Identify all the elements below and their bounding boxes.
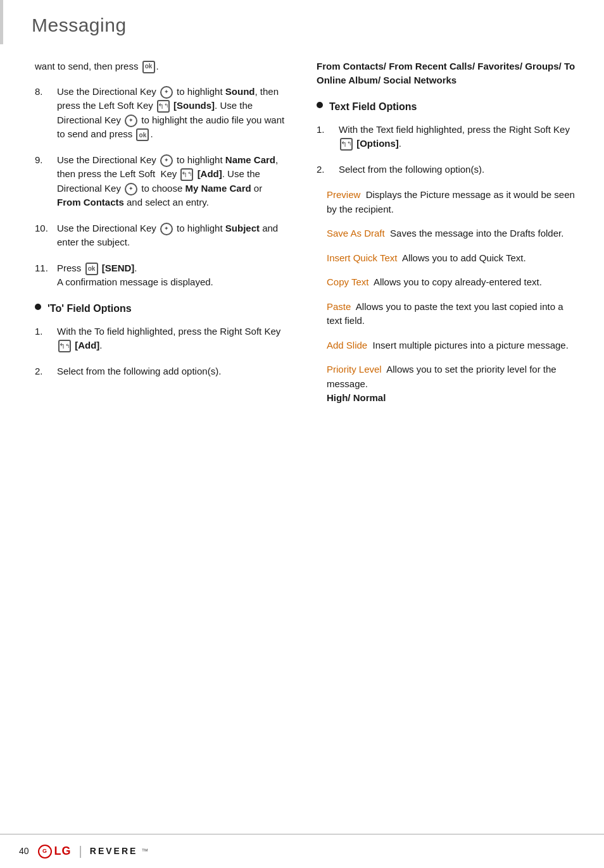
right-sub-content-2: Select from the following option(s).	[339, 163, 579, 177]
intro-text: want to send, then press	[35, 61, 138, 71]
soft-icon: ↰	[180, 168, 193, 181]
list-num-11: 11.	[35, 261, 57, 290]
term-paste: Paste	[327, 301, 351, 312]
desc-copy-text: Allows you to copy already-entered text.	[368, 276, 541, 287]
from-contacts-header: From Contacts/ From Recent Calls/ Favori…	[317, 59, 579, 88]
term-priority: Priority Level	[327, 364, 382, 375]
option-copy-text: Copy Text Allows you to copy already-ent…	[327, 275, 579, 290]
right-sub-num-1: 1.	[317, 123, 339, 151]
lg-text: LG	[54, 843, 72, 859]
page-header: Messaging	[0, 0, 604, 47]
option-paste: Paste Allows you to paste the text you l…	[327, 300, 579, 328]
text-field-label: Text Field Options	[329, 99, 417, 114]
main-content: want to send, then press ok. 8. Use the …	[0, 47, 604, 834]
dir-icon	[160, 223, 173, 235]
header-bar	[0, 0, 3, 44]
dir-icon	[125, 183, 137, 195]
footer-divider: |	[79, 842, 82, 860]
term-insert-quick: Insert Quick Text	[327, 252, 397, 263]
sub-num-1: 1.	[35, 325, 57, 353]
list-content-9: Use the Directional Key to highlight Nam…	[57, 153, 285, 210]
tm-symbol: ™	[141, 846, 148, 857]
ok-icon: ok	[136, 128, 149, 141]
page-container: Messaging want to send, then press ok. 8…	[0, 0, 604, 868]
to-field-label: 'To' Field Options	[47, 301, 132, 316]
desc-preview: Displays the Picture message as it would…	[327, 189, 575, 214]
footer-revere: REVERE	[90, 845, 138, 857]
option-save-draft: Save As Draft Saves the message into the…	[327, 226, 579, 241]
list-item-11: 11. Press ok [SEND]. A confirmation mess…	[35, 261, 285, 290]
bullet-dot-2	[317, 102, 323, 108]
left-column: want to send, then press ok. 8. Use the …	[0, 53, 304, 834]
list-content-8: Use the Directional Key to highlight Sou…	[57, 85, 285, 142]
dir-icon	[160, 86, 173, 99]
right-sub-content-1: With the Text field highlighted, press t…	[339, 123, 579, 151]
dir-icon	[125, 115, 137, 127]
option-insert-quick: Insert Quick Text Allows you to add Quic…	[327, 251, 579, 266]
list-num-8: 8.	[35, 85, 57, 142]
option-preview: Preview Displays the Picture message as …	[327, 188, 579, 216]
footer: 40 G LG | REVERE ™	[0, 834, 604, 868]
lg-logo: G LG	[38, 843, 72, 859]
lg-circle: G	[38, 845, 52, 859]
right-sub-item-1: 1. With the Text field highlighted, pres…	[317, 123, 579, 151]
bullet-to-field: 'To' Field Options	[35, 301, 285, 316]
soft-icon: ↰	[157, 100, 170, 113]
soft-icon: ↰	[58, 340, 71, 352]
right-sub-num-2: 2.	[317, 163, 339, 177]
list-content-10: Use the Directional Key to highlight Sub…	[57, 221, 285, 250]
footer-page-num: 40	[19, 845, 29, 857]
desc-paste: Allows you to paste the text you last co…	[327, 301, 563, 326]
list-item-8: 8. Use the Directional Key to highlight …	[35, 85, 285, 142]
bullet-dot	[35, 304, 41, 310]
list-content-11: Press ok [SEND]. A confirmation message …	[57, 261, 285, 290]
term-copy-text: Copy Text	[327, 276, 368, 287]
lg-circle-inner: G	[42, 847, 47, 855]
soft-icon: ↰	[340, 138, 353, 151]
right-sub-item-2: 2. Select from the following option(s).	[317, 163, 579, 177]
term-add-slide: Add Slide	[327, 340, 367, 350]
option-priority: Priority Level Allows you to set the pri…	[327, 363, 579, 406]
bullet-text-field: Text Field Options	[317, 99, 579, 114]
ok-icon: ok	[85, 263, 98, 275]
list-item-9: 9. Use the Directional Key to highlight …	[35, 153, 285, 210]
list-item-10: 10. Use the Directional Key to highlight…	[35, 221, 285, 250]
desc-insert-quick: Allows you to add Quick Text.	[397, 252, 525, 263]
sub-item-to-1: 1. With the To field highlighted, press …	[35, 325, 285, 353]
page-title: Messaging	[32, 11, 127, 39]
term-save-draft: Save As Draft	[327, 228, 385, 239]
list-num-9: 9.	[35, 153, 57, 210]
intro-line: want to send, then press ok.	[35, 59, 285, 73]
sub-content-1: With the To field highlighted, press the…	[57, 325, 285, 353]
dir-icon	[160, 154, 173, 167]
ok-icon: ok	[142, 61, 155, 73]
desc-save-draft: Saves the message into the Drafts folder…	[385, 228, 564, 239]
sub-num-2: 2.	[35, 364, 57, 379]
desc-add-slide: Insert multiple pictures into a picture …	[367, 340, 569, 350]
term-preview: Preview	[327, 189, 360, 200]
option-add-slide: Add Slide Insert multiple pictures into …	[327, 338, 579, 353]
right-column: From Contacts/ From Recent Calls/ Favori…	[304, 53, 604, 834]
footer-logo: G LG | REVERE ™	[38, 842, 149, 860]
priority-sub: High/ Normal	[327, 392, 386, 403]
sub-item-to-2: 2. Select from the following add option(…	[35, 364, 285, 379]
list-num-10: 10.	[35, 221, 57, 250]
sub-content-2: Select from the following add option(s).	[57, 364, 285, 379]
